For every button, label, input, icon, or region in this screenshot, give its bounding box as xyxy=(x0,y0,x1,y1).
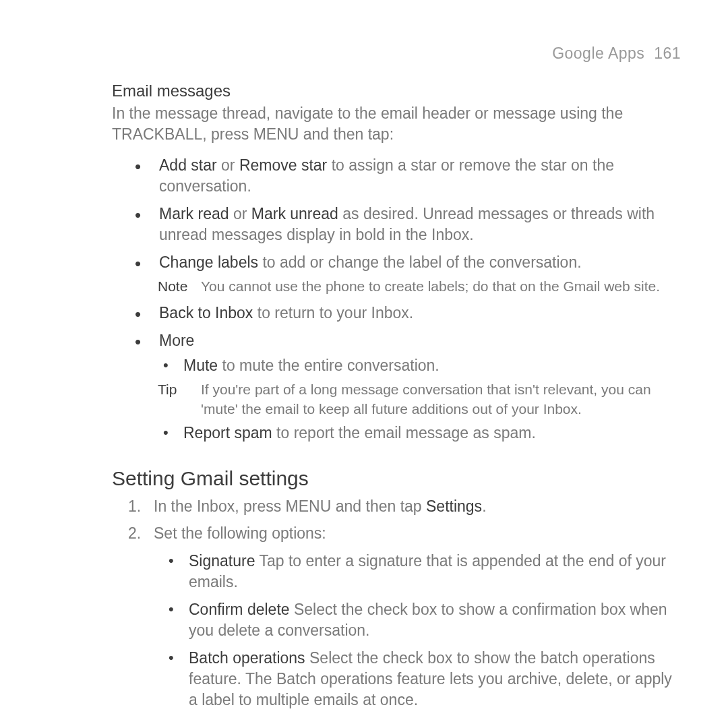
emphasis: Change labels xyxy=(159,253,258,271)
subsection-title: Email messages xyxy=(112,80,681,102)
emphasis: Remove star xyxy=(239,156,327,174)
list-item: Back to Inbox to return to your Inbox. xyxy=(135,303,681,324)
text: Set the following options: xyxy=(154,524,326,542)
text: to mute the entire conversation. xyxy=(218,357,439,374)
emphasis: Confirm delete xyxy=(189,601,290,618)
section-label: Google Apps xyxy=(552,44,644,62)
list-item: Report spam to report the email message … xyxy=(163,423,681,444)
emphasis: Back to Inbox xyxy=(159,304,253,322)
emphasis: Settings xyxy=(426,497,482,515)
text: In the Inbox, press MENU and then tap xyxy=(154,497,426,515)
tip-body: If you're part of a long message convers… xyxy=(201,380,681,419)
emphasis: Batch operations xyxy=(189,649,305,667)
note-body: You cannot use the phone to create label… xyxy=(201,277,681,296)
list-item: Confirm delete Select the check box to s… xyxy=(169,599,681,641)
text: or xyxy=(229,205,251,222)
sub-bullet-list: Report spam to report the email message … xyxy=(163,423,681,444)
emphasis: Mute xyxy=(183,357,218,374)
text: . xyxy=(482,497,486,515)
text: to report the email message as spam. xyxy=(272,424,536,442)
numbered-steps: In the Inbox, press MENU and then tap Se… xyxy=(128,496,681,710)
list-item: Add star or Remove star to assign a star… xyxy=(135,155,681,197)
emphasis: Add star xyxy=(159,156,217,174)
text: or xyxy=(217,156,239,174)
step-item: In the Inbox, press MENU and then tap Se… xyxy=(128,496,681,517)
sub-bullet-list: Mute to mute the entire conversation. xyxy=(163,355,681,376)
bullet-list: Add star or Remove star to assign a star… xyxy=(135,155,681,444)
emphasis: Report spam xyxy=(183,424,272,442)
list-item: More Mute to mute the entire conversatio… xyxy=(135,330,681,444)
emphasis: Mark read xyxy=(159,205,229,222)
emphasis: More xyxy=(159,332,194,349)
text: to return to your Inbox. xyxy=(253,304,413,322)
list-item: Batch operations Select the check box to… xyxy=(169,648,681,710)
text: to add or change the label of the conver… xyxy=(258,253,582,271)
note-label: Note xyxy=(158,277,201,296)
page-number: 161 xyxy=(654,44,681,62)
emphasis: Mark unread xyxy=(251,205,338,222)
tip: Tip If you're part of a long message con… xyxy=(158,380,681,419)
intro-text: In the message thread, navigate to the e… xyxy=(112,103,681,145)
list-item: Change labels to add or change the label… xyxy=(135,252,681,296)
sub-bullet-list: Signature Tap to enter a signature that … xyxy=(169,551,681,710)
note: Note You cannot use the phone to create … xyxy=(158,277,681,296)
list-item: Signature Tap to enter a signature that … xyxy=(169,551,681,593)
list-item: Mark read or Mark unread as desired. Unr… xyxy=(135,204,681,245)
emphasis: Signature xyxy=(189,552,255,570)
text: Tap to enter a signature that is appende… xyxy=(189,552,666,590)
section-title: Setting Gmail settings xyxy=(112,465,681,493)
page-header: Google Apps 161 xyxy=(47,43,681,64)
step-item: Set the following options: Signature Tap… xyxy=(128,523,681,710)
list-item: Mute to mute the entire conversation. xyxy=(163,355,681,376)
tip-label: Tip xyxy=(158,380,201,419)
